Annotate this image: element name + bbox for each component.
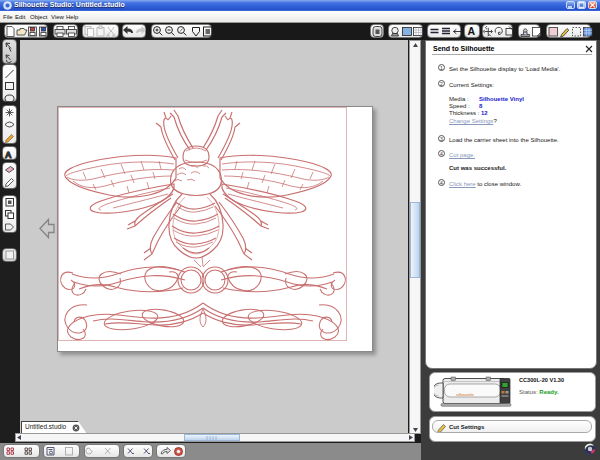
svg-text:A: A xyxy=(468,25,476,37)
svg-text:silhouette: silhouette xyxy=(456,392,475,397)
svg-text:A: A xyxy=(5,150,12,160)
